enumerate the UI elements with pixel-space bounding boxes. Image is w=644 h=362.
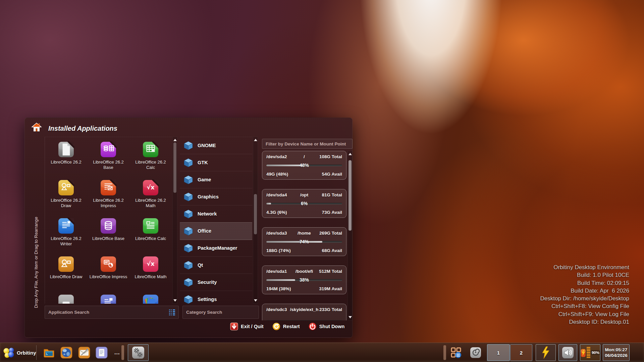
grey-box-icon: [58, 294, 74, 304]
text-editor-button[interactable]: [96, 343, 108, 362]
category-item-qt[interactable]: Qt: [180, 257, 252, 274]
eye-icon: [470, 347, 482, 359]
app-item[interactable]: √xLibreOffice Math: [129, 252, 172, 290]
category-cube-icon: [184, 141, 193, 150]
category-item-game[interactable]: Game: [180, 171, 252, 188]
launcher-title: Installed Applications: [48, 125, 117, 132]
scroll-up-icon[interactable]: [348, 152, 352, 156]
category-item-office[interactable]: Office: [180, 223, 252, 240]
calc-old-icon: [142, 218, 159, 234]
power-mode-button[interactable]: [536, 344, 556, 361]
scrollbar-thumb[interactable]: [348, 160, 352, 231]
category-label: Settings: [198, 297, 217, 302]
category-item-network[interactable]: Network: [180, 205, 252, 223]
application-search-input[interactable]: [45, 306, 168, 318]
app-grid-scrollbar[interactable]: [172, 137, 177, 304]
category-item-settings[interactable]: Settings: [180, 291, 252, 304]
app-item[interactable]: LibreOffice 26.2 Calc: [129, 137, 172, 175]
category-label: Office: [198, 228, 211, 234]
app-label: LibreOffice 26.2 Math: [130, 198, 171, 208]
taskbar-handle[interactable]: [443, 345, 446, 360]
available-space: 68G Avail: [304, 248, 342, 253]
drag-hint-label: Drop Any File, Any Item or Drag to Rearr…: [34, 213, 39, 308]
mail-button[interactable]: [78, 343, 90, 362]
scroll-down-icon[interactable]: [348, 315, 352, 319]
app-item[interactable]: LibreOffice 26.2 Writer: [45, 214, 87, 252]
workspace-1-button[interactable]: 1: [487, 344, 510, 361]
category-item-security[interactable]: Security: [180, 274, 252, 291]
start-center-icon: [142, 294, 159, 304]
app-item[interactable]: [129, 290, 172, 304]
app-item[interactable]: LibreOffice Calc: [129, 214, 172, 252]
battery-indicator[interactable]: 90%: [580, 344, 600, 361]
math-old-icon: √x: [142, 256, 159, 273]
category-item-packagemanager[interactable]: PackageManager: [180, 240, 252, 257]
scrollbar-thumb[interactable]: [173, 142, 176, 193]
draw-icon: [58, 179, 74, 196]
home-icon[interactable]: [32, 122, 42, 132]
volume-button[interactable]: [558, 344, 577, 361]
speaker-icon: [561, 346, 574, 359]
total-size: 108G Total: [316, 154, 342, 159]
category-search-input[interactable]: [183, 306, 259, 318]
available-space: 73G Avail: [304, 210, 342, 215]
category-scrollbar[interactable]: [253, 137, 258, 304]
disk-entry[interactable]: /dev/sda2/108G Total48%49G (48%)54G Avai…: [262, 151, 346, 180]
app-item[interactable]: LibreOffice 26.2: [45, 137, 87, 175]
exit-quit-button[interactable]: Exit / Quit: [230, 322, 264, 330]
used-space: 194M (38%): [266, 286, 304, 291]
disk-usage-list: /dev/sda2/108G Total48%49G (48%)54G Avai…: [262, 151, 346, 320]
disk-scrollbar[interactable]: [347, 151, 353, 320]
app-item[interactable]: LibreOffice 26.2 Base: [87, 137, 129, 175]
scrollbar-thumb[interactable]: [254, 194, 257, 234]
disk-entry[interactable]: /dev/sdc3/skyide/ext_h233G Total: [262, 304, 346, 320]
app-item[interactable]: [45, 290, 87, 304]
widgets-button[interactable]: [450, 343, 462, 362]
file-manager-button[interactable]: [43, 343, 55, 362]
workspace-1-label: 1: [497, 350, 500, 356]
app-item[interactable]: LibreOffice Base: [87, 214, 129, 252]
web-browser-button[interactable]: [60, 343, 72, 362]
shutdown-button[interactable]: Shut Down: [309, 322, 345, 330]
scroll-down-icon[interactable]: [253, 298, 258, 303]
app-item[interactable]: LibreOffice Draw: [45, 252, 87, 290]
usage-bar: 74%: [266, 239, 342, 245]
category-cube-icon: [184, 261, 193, 270]
category-cube-icon: [184, 158, 193, 167]
app-item[interactable]: LibreOffice 26.2 Impress: [87, 175, 129, 214]
app-item[interactable]: LibreOffice Impress: [87, 252, 129, 290]
app-item[interactable]: [87, 290, 129, 304]
used-space: 49G (48%): [266, 172, 304, 177]
exit-quit-label: Exit / Quit: [241, 324, 264, 329]
mount-point: /boot/efi: [292, 269, 316, 274]
scroll-up-icon[interactable]: [173, 138, 177, 142]
document-icon: [58, 141, 74, 158]
category-cube-icon: [184, 295, 193, 304]
scroll-down-icon[interactable]: [173, 298, 177, 303]
disk-entry[interactable]: /dev/sda4/opt81G Total6%4.3G (6%)73G Ava…: [262, 189, 346, 218]
view-toggle-icon[interactable]: [168, 308, 176, 317]
taskbar-overflow-button[interactable]: ...: [114, 343, 120, 362]
category-item-graphics[interactable]: Graphics: [180, 188, 252, 205]
mount-point: /: [292, 154, 316, 159]
workspace-2-button[interactable]: 2: [510, 344, 532, 361]
app-item[interactable]: √xLibreOffice 26.2 Math: [129, 175, 172, 214]
clock[interactable]: Mon:05:27 06/04/2026: [603, 344, 630, 361]
taskbar-handle[interactable]: [121, 345, 124, 360]
available-space: 54G Avail: [304, 172, 342, 177]
category-item-gnome[interactable]: GNOME: [180, 137, 252, 154]
app-item[interactable]: LibreOffice 26.2 Draw: [45, 175, 87, 214]
device-name: /dev/sda3: [266, 231, 292, 236]
disk-entry[interactable]: /dev/sda3/home269G Total74%188G (74%)68G…: [262, 227, 346, 256]
privacy-button[interactable]: [470, 343, 482, 362]
category-list: GNOMEGTKGameGraphicsNetworkOfficePackage…: [180, 137, 252, 304]
disk-entry[interactable]: /dev/sda1/boot/efi512M Total38%194M (38%…: [262, 265, 346, 294]
disk-filter-input[interactable]: [262, 139, 352, 148]
restart-button[interactable]: Restart: [272, 322, 300, 330]
clock-date: 06/04/2026: [605, 353, 628, 358]
scroll-up-icon[interactable]: [253, 138, 258, 142]
disk-filter-field: [262, 139, 353, 149]
active-launcher-task-button[interactable]: [128, 344, 149, 361]
orbitiny-menu-button[interactable]: Orbitiny: [3, 343, 36, 362]
category-item-gtk[interactable]: GTK: [180, 154, 252, 171]
